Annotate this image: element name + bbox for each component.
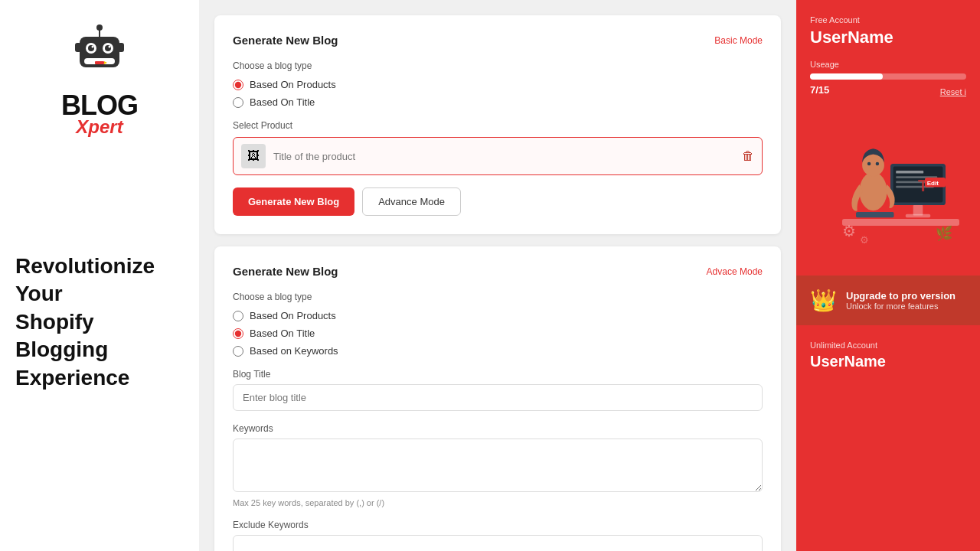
- logo-word: BLOG: [61, 92, 138, 119]
- product-title-input[interactable]: [273, 151, 734, 162]
- blog-title-field: Blog Title: [233, 369, 763, 411]
- radio2-products-label: Based On Products: [250, 310, 336, 321]
- radio-products-label: Based On Products: [250, 79, 336, 90]
- product-input-wrap: 🖼 🗑: [233, 137, 763, 175]
- upgrade-title: Upgrade to pro version: [846, 290, 956, 302]
- svg-rect-21: [913, 205, 923, 216]
- svg-point-25: [867, 162, 871, 166]
- svg-text:⚙: ⚙: [860, 235, 869, 246]
- card1-title: Generate New Blog: [233, 34, 338, 47]
- basic-mode-link[interactable]: Basic Mode: [714, 35, 763, 46]
- svg-rect-27: [856, 212, 894, 217]
- card1-radio-group: Based On Products Based On Title: [233, 79, 763, 108]
- radio2-keywords-label: Based on Keywords: [250, 345, 338, 357]
- radio-title-label: Based On Title: [250, 96, 315, 108]
- crown-icon: 👑: [810, 288, 837, 313]
- radio-based-on-products[interactable]: Based On Products: [233, 79, 763, 90]
- svg-text:🌿: 🌿: [936, 225, 953, 242]
- product-thumbnail: 🖼: [241, 144, 266, 168]
- radio2-based-on-products[interactable]: Based On Products: [233, 310, 763, 321]
- blog-title-input[interactable]: [233, 384, 763, 411]
- keywords-field: Keywords Max 25 key words, separated by …: [233, 423, 763, 507]
- blog-title-label: Blog Title: [233, 369, 763, 380]
- card2-radio-group: Based On Products Based On Title Based o…: [233, 310, 763, 357]
- usage-label: Useage: [810, 60, 966, 69]
- exclude-keywords-label: Exclude Keywords: [233, 520, 763, 530]
- card2-header: Generate New Blog Advace Mode: [233, 265, 763, 278]
- product-delete-button[interactable]: 🗑: [742, 149, 754, 163]
- upgrade-card[interactable]: 👑 Upgrade to pro version Unlock for more…: [796, 276, 980, 325]
- keywords-hint: Max 25 key words, separated by (,) or (/…: [233, 498, 763, 507]
- radio2-based-on-title[interactable]: Based On Title: [233, 328, 763, 339]
- card1-select-product-label: Select Product: [233, 120, 763, 131]
- unlimited-account-card: Unlimited Account UserName 🎧 24x7 Suppor…: [796, 325, 980, 551]
- illustration: ⚙ ⚙ T Edit 🌿: [810, 106, 966, 260]
- svg-point-24: [862, 154, 884, 176]
- svg-point-8: [109, 46, 111, 48]
- usage-bar-fill: [810, 73, 883, 80]
- advance-mode-link[interactable]: Advace Mode: [707, 266, 763, 277]
- logo-container: BLOG Xpert: [61, 23, 138, 138]
- svg-text:Edit: Edit: [927, 180, 939, 187]
- svg-rect-12: [75, 43, 81, 52]
- illustration-svg: ⚙ ⚙ T Edit 🌿: [828, 122, 966, 260]
- svg-rect-17: [896, 171, 923, 174]
- keywords-textarea[interactable]: [233, 439, 763, 492]
- svg-rect-22: [906, 214, 930, 218]
- svg-point-26: [876, 162, 880, 166]
- svg-rect-10: [95, 61, 104, 64]
- usage-count: 7/15: [810, 84, 829, 96]
- main-content: Generate New Blog Basic Mode Choose a bl…: [199, 0, 796, 551]
- radio2-title-label: Based On Title: [250, 328, 315, 339]
- card1-btn-row: Generate New Blog Advance Mode: [233, 187, 763, 216]
- exclude-keywords-field: Exclude Keywords: [233, 520, 763, 551]
- radio-based-on-title[interactable]: Based On Title: [233, 96, 763, 108]
- card-generate-advanced: Generate New Blog Advace Mode Choose a b…: [214, 246, 781, 551]
- free-account-card: Free Account UserName Useage 7/15 Reset …: [796, 0, 980, 276]
- svg-point-1: [96, 24, 103, 31]
- card2-title: Generate New Blog: [233, 265, 338, 278]
- card2-blog-type-label: Choose a blog type: [233, 292, 763, 302]
- card-generate-basic: Generate New Blog Basic Mode Choose a bl…: [214, 15, 781, 234]
- upgrade-subtitle: Unlock for more features: [846, 302, 956, 311]
- unlimited-account-type: Unlimited Account: [810, 341, 966, 350]
- reset-link[interactable]: Reset i: [940, 87, 966, 96]
- svg-point-23: [860, 172, 887, 210]
- svg-point-7: [92, 46, 94, 48]
- right-sidebar: Free Account UserName Useage 7/15 Reset …: [796, 0, 980, 551]
- card1-blog-type-label: Choose a blog type: [233, 60, 763, 71]
- svg-text:⚙: ⚙: [842, 223, 856, 240]
- exclude-keywords-textarea[interactable]: [233, 535, 763, 551]
- card1-header: Generate New Blog Basic Mode: [233, 34, 763, 47]
- upgrade-text-wrap: Upgrade to pro version Unlock for more f…: [846, 290, 956, 311]
- logo-xpert: Xpert: [76, 116, 122, 138]
- free-username: UserName: [810, 28, 966, 47]
- blog-xpert-logo-icon: [69, 23, 130, 84]
- usage-bar-background: [810, 73, 966, 80]
- keywords-label: Keywords: [233, 423, 763, 434]
- left-sidebar: BLOG Xpert Revolutionize Your Shopify Bl…: [0, 0, 199, 551]
- unlimited-username: UserName: [810, 353, 966, 370]
- hero-text: Revolutionize Your Shopify Blogging Expe…: [15, 253, 184, 392]
- svg-rect-14: [842, 219, 959, 226]
- free-account-type: Free Account: [810, 15, 966, 24]
- advance-mode-button[interactable]: Advance Mode: [362, 187, 461, 216]
- svg-rect-13: [118, 43, 124, 52]
- generate-blog-button[interactable]: Generate New Blog: [233, 187, 354, 216]
- radio2-based-on-keywords[interactable]: Based on Keywords: [233, 345, 763, 357]
